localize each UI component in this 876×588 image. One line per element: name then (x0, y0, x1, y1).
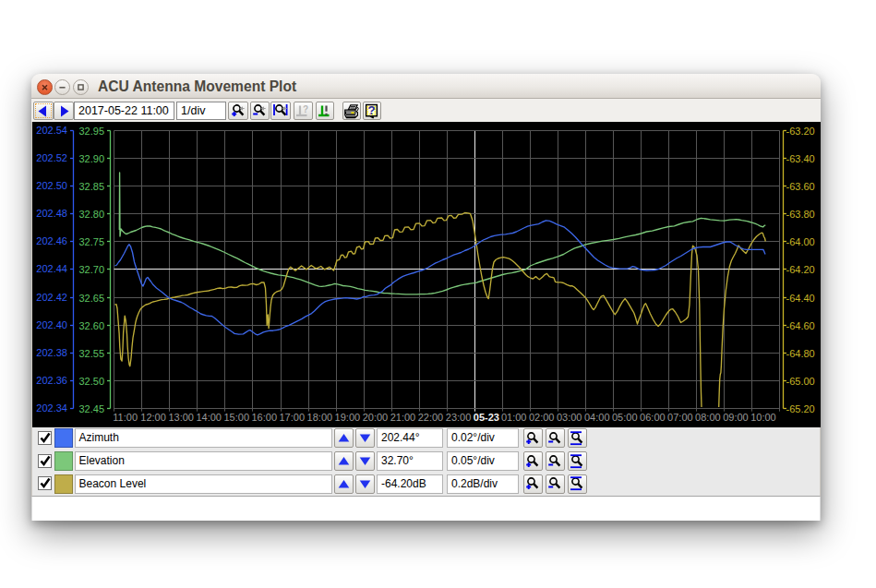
svg-text:32.95: 32.95 (78, 126, 104, 137)
svg-text:-63.40: -63.40 (786, 153, 815, 164)
svg-text:202.50: 202.50 (36, 180, 67, 191)
svg-text:06:00: 06:00 (640, 412, 666, 423)
svg-text:18:00: 18:00 (307, 412, 333, 423)
svg-text:32.60: 32.60 (78, 320, 104, 331)
svg-text:202.34: 202.34 (36, 402, 67, 414)
svg-text:20:00: 20:00 (363, 412, 389, 423)
svg-text:32.90: 32.90 (78, 153, 104, 164)
svg-text:202.46: 202.46 (36, 235, 67, 246)
svg-text:?: ? (303, 104, 308, 114)
svg-text:05-23: 05-23 (474, 412, 499, 423)
svg-text:32.65: 32.65 (78, 293, 104, 304)
svg-text:-63.80: -63.80 (786, 209, 815, 220)
svg-text:202.38: 202.38 (36, 347, 67, 358)
svg-text:202.48: 202.48 (36, 208, 67, 219)
svg-text:-63.20: -63.20 (786, 126, 815, 137)
svg-text:07:00: 07:00 (667, 412, 693, 423)
svg-text:202.36: 202.36 (36, 375, 67, 386)
svg-text:19:00: 19:00 (335, 412, 361, 423)
svg-text:-65.00: -65.00 (786, 376, 815, 387)
svg-text:32.55: 32.55 (78, 348, 104, 359)
svg-text:32.45: 32.45 (78, 403, 104, 414)
svg-text:202.40: 202.40 (36, 319, 67, 330)
svg-text:08:00: 08:00 (695, 412, 721, 423)
svg-text:10:00: 10:00 (750, 412, 776, 423)
svg-text:14:00: 14:00 (196, 412, 222, 423)
svg-text:-64.00: -64.00 (786, 236, 815, 247)
svg-text:-63.60: -63.60 (786, 181, 815, 192)
svg-text:-64.40: -64.40 (786, 293, 815, 304)
svg-text:202.42: 202.42 (36, 292, 67, 303)
svg-text:12:00: 12:00 (140, 412, 166, 423)
svg-text:09:00: 09:00 (723, 412, 749, 423)
svg-text:17:00: 17:00 (280, 412, 306, 423)
svg-text:32.50: 32.50 (78, 376, 104, 387)
svg-text:23:00: 23:00 (446, 412, 472, 423)
svg-text:202.44: 202.44 (36, 263, 67, 274)
svg-text:202.52: 202.52 (36, 152, 67, 163)
svg-text:04:00: 04:00 (584, 412, 610, 423)
svg-text:15:00: 15:00 (224, 412, 250, 423)
svg-text:03:00: 03:00 (557, 412, 582, 423)
svg-text:?: ? (368, 103, 376, 117)
svg-text:05:00: 05:00 (612, 412, 638, 423)
svg-text:11:00: 11:00 (113, 412, 138, 423)
svg-text:-64.20: -64.20 (786, 264, 815, 275)
svg-text:21:00: 21:00 (390, 412, 416, 423)
svg-text:-65.20: -65.20 (786, 403, 815, 414)
svg-text:202.54: 202.54 (36, 125, 67, 136)
svg-text:02:00: 02:00 (529, 412, 555, 423)
svg-text:32.70: 32.70 (78, 264, 104, 275)
svg-text:-64.80: -64.80 (786, 348, 815, 359)
svg-text:22:00: 22:00 (418, 412, 444, 423)
svg-text:32.75: 32.75 (78, 236, 104, 247)
svg-text:32.80: 32.80 (78, 209, 104, 220)
svg-text:32.85: 32.85 (78, 181, 104, 192)
svg-text:13:00: 13:00 (168, 412, 194, 423)
svg-text:16:00: 16:00 (252, 412, 278, 423)
svg-text:01:00: 01:00 (501, 412, 527, 423)
svg-text:-64.60: -64.60 (786, 320, 815, 331)
